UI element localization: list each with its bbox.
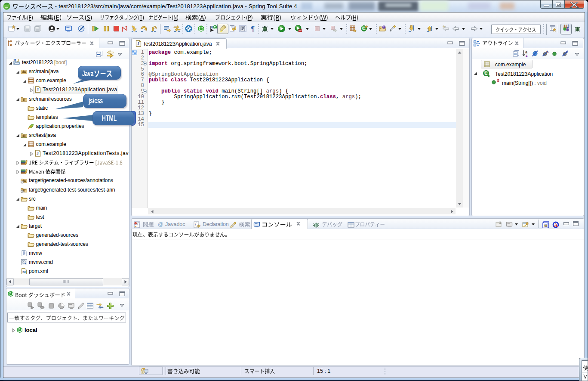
- svg-text:J: J: [137, 41, 139, 46]
- svg-text:z: z: [526, 53, 528, 57]
- svg-text:C: C: [484, 71, 488, 76]
- svg-text:A: A: [554, 222, 558, 228]
- svg-text:J: J: [567, 24, 570, 29]
